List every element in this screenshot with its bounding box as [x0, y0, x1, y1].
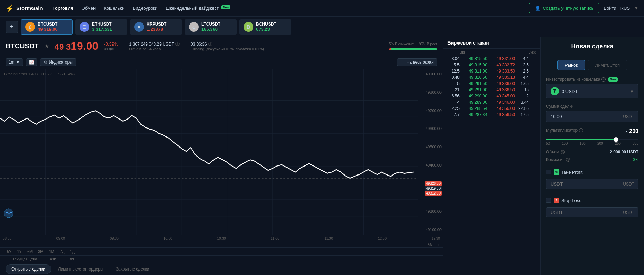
- symbol-name: BTCUSDT: [6, 42, 39, 50]
- table-row[interactable]: 449 289.0049 346.003.44: [443, 99, 540, 105]
- price-level-4: 49500.00: [420, 145, 442, 149]
- take-profit-currency: USDT: [623, 182, 634, 187]
- order-book-rows: 3.0449 315.5049 331.004.4 5.549 315.0049…: [443, 56, 540, 275]
- nav-exchange[interactable]: Обмен: [82, 6, 96, 11]
- table-row[interactable]: 5.549 315.0049 332.722.5: [443, 62, 540, 68]
- chevron-down-icon[interactable]: ▼: [634, 6, 638, 11]
- tf-3m[interactable]: 3M: [37, 249, 45, 254]
- ticker-item-bchusdt[interactable]: Ƀ BCHUSDT 673.23: [239, 19, 291, 35]
- volume-value: 1 367 249 048.29 USDT: [129, 42, 174, 47]
- table-row[interactable]: 549 291.5049 336.001.65: [443, 80, 540, 87]
- chart-type-button[interactable]: 📈: [26, 58, 37, 66]
- multiplier-row: Мультипликатор ⓘ × 200: [541, 125, 644, 138]
- wallet-selector[interactable]: ₮ 0 USDT ▼: [546, 84, 638, 98]
- add-ticker-button[interactable]: +: [6, 21, 18, 33]
- ticker-item-ethusdt[interactable]: Ξ ETHUSDT 3 317.531: [75, 19, 127, 35]
- table-row[interactable]: 2.2549 288.5449 356.0022.86: [443, 105, 540, 112]
- multiplier-info-icon[interactable]: ⓘ: [579, 128, 583, 132]
- slider-labels: 50 100 150 200 250 300: [546, 142, 638, 145]
- fullscreen-button[interactable]: ⛶ На весь экран: [397, 58, 437, 66]
- tab-closed-trades[interactable]: Закрытые сделки: [110, 265, 155, 274]
- stop-loss-icon: S: [554, 198, 559, 203]
- time-0: 08:30: [3, 237, 11, 240]
- nav-trading[interactable]: Торговля: [53, 6, 73, 11]
- ticker-symbol-ltc: LTCUSDT: [201, 22, 220, 27]
- tab-market[interactable]: Рынок: [557, 60, 585, 70]
- chart-time-labels: 08:30 09:00 09:30 10:00 10:30 11:00 11:3…: [0, 235, 443, 242]
- fullscreen-icon: ⛶: [401, 60, 405, 65]
- divider-1: [541, 165, 644, 165]
- slider-thumb[interactable]: [614, 137, 618, 142]
- ticker-bar: + ₿ BTCUSDT 49 319.00 Ξ ETHUSDT 3 317.53…: [0, 17, 644, 37]
- ticker-price-ltc: 185.360: [201, 27, 220, 32]
- logo[interactable]: ⚡ StormGain: [6, 4, 43, 12]
- star-icon[interactable]: ★: [44, 43, 49, 49]
- tf-5y[interactable]: 5Y: [6, 249, 13, 254]
- slider-mark-200: 200: [597, 142, 603, 145]
- ticker-symbol-bch: BCHUSDT: [256, 22, 276, 27]
- create-account-button[interactable]: 👤 Создать учетную запись: [529, 3, 599, 13]
- chart-wrapper: Bitcoin/Tether 1 49319.00 -71.17 (-0.14%…: [0, 69, 443, 235]
- table-row[interactable]: 0.4849 310.5049 335.134.4: [443, 74, 540, 80]
- commission-value: 0%: [633, 157, 638, 162]
- price-change-area: -0.39% за день: [104, 41, 118, 51]
- time-5: 11:00: [271, 237, 279, 240]
- table-row[interactable]: 6.5649 290.0049 345.002: [443, 93, 540, 99]
- tab-open-trades[interactable]: Открытые сделки: [6, 264, 51, 274]
- tf-1m[interactable]: 1M: [48, 249, 56, 254]
- invest-info-icon[interactable]: ⓘ: [601, 77, 606, 82]
- price-level-2: 49700.00: [420, 108, 442, 113]
- tether-icon: ₮: [551, 87, 559, 95]
- tab-limit-stop[interactable]: Лимит/Стоп: [588, 60, 627, 70]
- stop-loss-label: Stop Loss: [561, 198, 581, 203]
- commission-info-icon[interactable]: ⓘ: [566, 158, 570, 162]
- timeframe-select[interactable]: 1m ▼: [6, 58, 23, 66]
- legend-current-line: [6, 259, 11, 259]
- ticker-item-btcusdt[interactable]: ₿ BTCUSDT 49 319.00: [21, 19, 73, 35]
- stop-loss-input-area: USDT: [541, 206, 644, 220]
- nav-links: Торговля Обмен Кошельки Видеоуроки Ежене…: [53, 6, 230, 11]
- legend-bid-line: [62, 259, 67, 259]
- price-level-3: 49600.00: [420, 126, 442, 131]
- tab-limit-orders[interactable]: Лимитные/стоп-ордеры: [53, 265, 109, 274]
- volume-area: 1 367 249 048.29 USDT ⓘ Объем за 24 часа: [129, 41, 180, 51]
- language-selector[interactable]: RUS: [620, 6, 630, 11]
- stop-loss-checkbox[interactable]: [546, 198, 551, 203]
- legend-bid-label: Bid: [69, 257, 74, 261]
- progress-left-label: 5% В снижение: [389, 42, 414, 46]
- amount-currency: USDT: [623, 114, 634, 119]
- timeframe-row: 5Y 1Y 6M 3M 1M 7Д 1Д: [0, 247, 443, 255]
- tf-1d[interactable]: 1Д: [69, 249, 76, 254]
- ticker-item-ltcusdt[interactable]: Ł LTCUSDT 185.360: [185, 19, 237, 35]
- tf-7d[interactable]: 7Д: [58, 249, 66, 254]
- funding-area: 03:36:36 ⓘ Funding (покупка -0.01%, прод…: [191, 41, 264, 51]
- slider-mark-150: 150: [580, 142, 586, 145]
- chart-type-icon: 📈: [29, 60, 34, 65]
- multiplier-value: 200: [629, 128, 638, 134]
- tf-6m[interactable]: 6M: [26, 249, 34, 254]
- percent-btn[interactable]: %: [428, 243, 432, 247]
- indicators-button[interactable]: ⚙ Индикаторы: [40, 58, 76, 66]
- table-row[interactable]: 7.749 287.3449 356.5017.5: [443, 112, 540, 118]
- login-button[interactable]: Войти: [604, 6, 616, 11]
- nav-digest[interactable]: Еженедельный дайджест New: [166, 6, 230, 11]
- volume-info-icon[interactable]: ⓘ: [561, 150, 565, 154]
- tf-1y[interactable]: 1Y: [16, 249, 23, 254]
- slider-mark-250: 250: [615, 142, 621, 145]
- divider-2: [541, 193, 644, 193]
- ticker-item-xrpusdt[interactable]: ✕ XRPUSDT 1.23878: [130, 19, 182, 35]
- take-profit-checkbox[interactable]: [546, 170, 551, 174]
- nav-wallets[interactable]: Кошельки: [104, 6, 124, 11]
- table-row[interactable]: 2149 291.0049 336.5015: [443, 87, 540, 93]
- indicators-icon: ⚙: [44, 60, 48, 65]
- wallet-balance: 0 USDT: [562, 89, 578, 94]
- nav-tutorials[interactable]: Видеоуроки: [133, 6, 158, 11]
- stop-loss-currency: USDT: [623, 210, 634, 215]
- btc-icon: ₿: [25, 22, 35, 32]
- table-row[interactable]: 3.0449 315.5049 331.004.4: [443, 56, 540, 62]
- table-row[interactable]: 12.549 311.0049 333.502.5: [443, 68, 540, 74]
- ticker-symbol-btc: BTCUSDT: [38, 22, 58, 27]
- volume-row: Объем ⓘ 2 000.00 USDT: [541, 148, 644, 156]
- log-btn[interactable]: лог: [434, 243, 440, 247]
- stop-loss-row: S Stop Loss: [541, 195, 644, 206]
